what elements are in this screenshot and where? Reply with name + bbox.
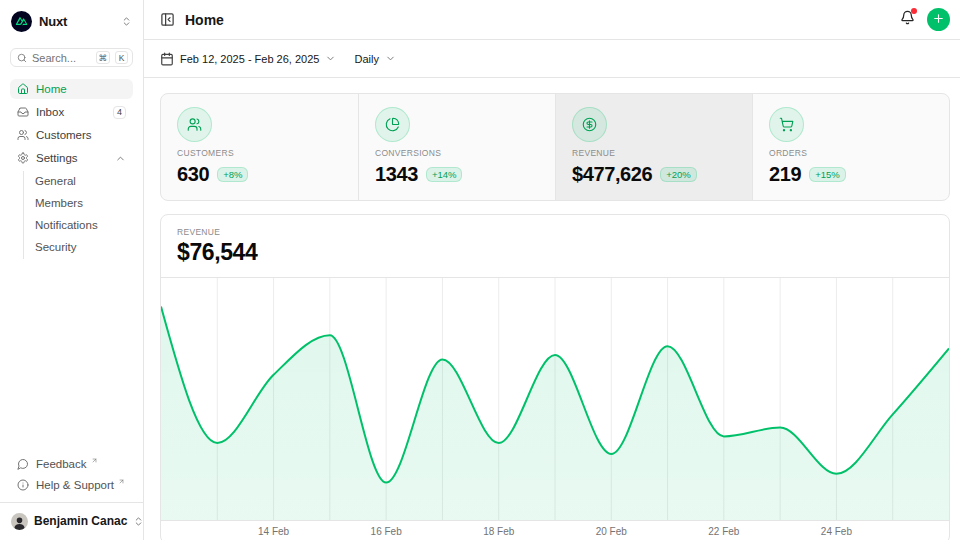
user-name: Benjamin Canac: [34, 514, 127, 528]
sidebar-subitem-members[interactable]: Members: [24, 193, 133, 213]
sidebar-item-label: Home: [36, 83, 67, 95]
chart-header: REVENUE $76,544: [161, 215, 949, 277]
sidebar-item-customers[interactable]: Customers: [10, 125, 133, 145]
info-circle-icon: [17, 479, 29, 491]
granularity-value: Daily: [354, 53, 378, 65]
chevron-down-icon: [325, 53, 336, 64]
chart-x-axis: 14 Feb16 Feb18 Feb20 Feb22 Feb24 Feb: [161, 521, 949, 540]
stat-label: ORDERS: [769, 148, 933, 158]
stat-change-badge: +14%: [426, 167, 463, 182]
users-icon: [177, 107, 212, 142]
notification-dot: [911, 8, 917, 14]
users-icon: [17, 129, 29, 141]
sidebar-nav: HomeInbox4CustomersSettingsGeneralMember…: [10, 79, 133, 261]
stat-change-badge: +8%: [217, 167, 248, 182]
stat-label: REVENUE: [572, 148, 736, 158]
stat-card-customers[interactable]: CUSTOMERS630+8%: [161, 94, 358, 200]
cart-icon: [769, 107, 804, 142]
revenue-area-chart[interactable]: [161, 277, 949, 521]
revenue-chart-card: REVENUE $76,544 14 Feb16 Feb18 Feb20 Feb…: [160, 214, 950, 540]
x-axis-label: 16 Feb: [371, 526, 402, 537]
sidebar-item-home[interactable]: Home: [10, 79, 133, 99]
filters-toolbar: Feb 12, 2025 - Feb 26, 2025 Daily: [144, 40, 960, 78]
home-icon: [17, 83, 29, 95]
sidebar: Nuxt Search... ⌘ K HomeInbox4CustomersSe…: [0, 0, 144, 540]
avatar: [11, 513, 28, 530]
search-icon: [17, 53, 27, 63]
sidebar-spacer: [10, 261, 133, 453]
kbd-cmd: ⌘: [96, 51, 111, 64]
stat-value: 1343: [375, 163, 418, 186]
user-menu[interactable]: Benjamin Canac: [10, 510, 133, 532]
sidebar-footer-links: FeedbackHelp & Support: [10, 453, 133, 495]
stat-card-revenue[interactable]: REVENUE$477,626+20%: [555, 94, 752, 200]
inbox-count-badge: 4: [113, 106, 126, 119]
workspace-switcher[interactable]: Nuxt: [10, 10, 133, 32]
search-input[interactable]: Search... ⌘ K: [10, 48, 133, 67]
workspace-name: Nuxt: [39, 14, 67, 29]
kbd-k: K: [115, 51, 128, 64]
main: Home Feb 12, 2025 - Feb 26, 2025 Daily C…: [144, 0, 960, 540]
sidebar-divider: [0, 502, 143, 503]
pie-chart-icon: [375, 107, 410, 142]
plus-icon: [932, 12, 945, 28]
sidebar-item-settings[interactable]: Settings: [10, 148, 133, 168]
chevron-down-icon: [385, 53, 396, 64]
calendar-icon: [160, 52, 174, 66]
notifications-button[interactable]: [900, 10, 915, 29]
chevrons-up-down-icon: [121, 16, 132, 27]
sidebar-subitem-general[interactable]: General: [24, 171, 133, 191]
sidebar-subnav: GeneralMembersNotificationsSecurity: [23, 171, 133, 259]
stat-card-conversions[interactable]: CONVERSIONS1343+14%: [358, 94, 555, 200]
chevrons-up-down-icon: [133, 516, 144, 527]
page-title: Home: [185, 12, 224, 28]
date-range-picker[interactable]: Feb 12, 2025 - Feb 26, 2025: [160, 52, 336, 66]
footer-link-feedback[interactable]: Feedback: [10, 453, 133, 474]
footer-link-help-support[interactable]: Help & Support: [10, 474, 133, 495]
header-actions: [900, 8, 950, 31]
sidebar-item-label: Inbox: [36, 106, 64, 118]
chat-bubble-icon: [17, 458, 29, 470]
nuxt-logo: [11, 11, 32, 32]
stat-label: CONVERSIONS: [375, 148, 539, 158]
sidebar-subitem-notifications[interactable]: Notifications: [24, 215, 133, 235]
chevron-up-icon: [115, 153, 126, 164]
external-link-icon: [91, 457, 98, 464]
x-axis-label: 18 Feb: [483, 526, 514, 537]
app: Nuxt Search... ⌘ K HomeInbox4CustomersSe…: [0, 0, 960, 540]
chart-title: REVENUE: [177, 227, 933, 237]
content: CUSTOMERS630+8%CONVERSIONS1343+14%REVENU…: [144, 78, 960, 540]
stat-value: 219: [769, 163, 801, 186]
gear-icon: [17, 152, 29, 164]
date-range-value: Feb 12, 2025 - Feb 26, 2025: [180, 53, 319, 65]
dollar-circle-icon: [572, 107, 607, 142]
x-axis-label: 20 Feb: [596, 526, 627, 537]
sidebar-item-label: Settings: [36, 152, 78, 164]
sidebar-item-label: Customers: [36, 129, 92, 141]
stat-label: CUSTOMERS: [177, 148, 342, 158]
x-axis-label: 24 Feb: [821, 526, 852, 537]
collapse-sidebar-button[interactable]: [160, 12, 175, 27]
stat-change-badge: +20%: [660, 167, 697, 182]
x-axis-label: 22 Feb: [708, 526, 739, 537]
chart-total: $76,544: [177, 240, 933, 265]
sidebar-subitem-security[interactable]: Security: [24, 237, 133, 257]
external-link-icon: [118, 478, 125, 485]
inbox-icon: [17, 106, 29, 118]
stat-card-orders[interactable]: ORDERS219+15%: [752, 94, 949, 200]
footer-link-label: Help & Support: [36, 479, 114, 491]
search-placeholder: Search...: [32, 52, 91, 64]
page-header: Home: [144, 0, 960, 40]
stat-value: $477,626: [572, 163, 652, 186]
x-axis-label: 14 Feb: [258, 526, 289, 537]
add-button[interactable]: [927, 8, 950, 31]
sidebar-item-inbox[interactable]: Inbox4: [10, 102, 133, 122]
stats-row: CUSTOMERS630+8%CONVERSIONS1343+14%REVENU…: [160, 93, 950, 201]
footer-link-label: Feedback: [36, 458, 87, 470]
stat-change-badge: +15%: [809, 167, 846, 182]
stat-value: 630: [177, 163, 209, 186]
granularity-select[interactable]: Daily: [354, 53, 395, 65]
